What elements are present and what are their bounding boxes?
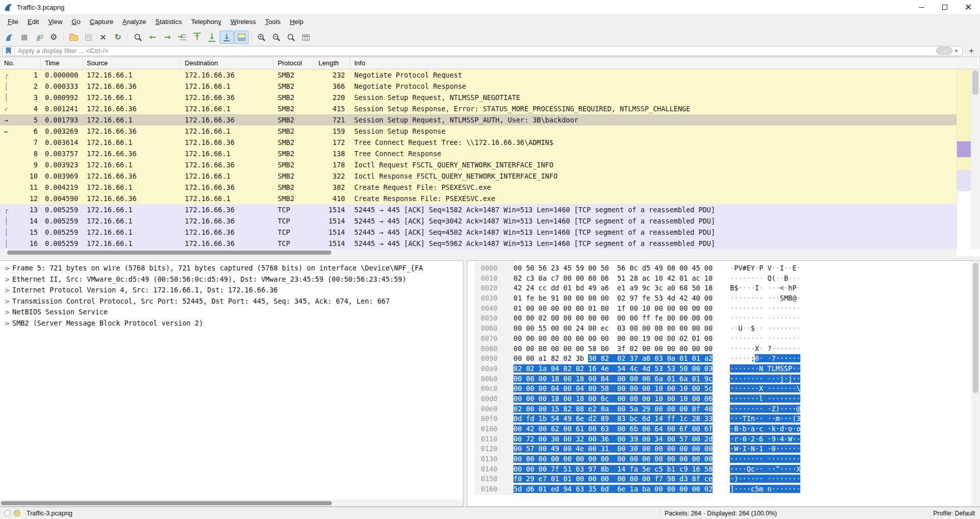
hex-row[interactable]: 004001 00 00 00 00 00 01 00 1f 00 10 00 … [468, 304, 980, 314]
expand-icon[interactable]: > [2, 275, 12, 285]
hex-ascii[interactable]: ······X· ?······· [730, 344, 800, 354]
packet-row[interactable]: │20.000333172.16.66.36172.16.66.1SMB2366… [0, 81, 957, 92]
hex-row[interactable]: 01605d d6 01 ed 94 63 35 6d 6e 1a ba 00 … [468, 484, 980, 495]
hex-row[interactable]: 012000 57 00 49 00 4e 00 31 00 30 00 00 … [468, 444, 980, 454]
column-header-source[interactable]: Source [83, 57, 181, 69]
column-header-protocol[interactable]: Protocol [274, 57, 314, 69]
hex-row[interactable]: 00f00d fd 1b 54 49 6e d2 89 83 bc 6d 14 … [468, 414, 980, 424]
hex-ascii[interactable]: ········ ········ [730, 313, 800, 324]
hex-ascii[interactable]: ········ ········ [730, 454, 800, 464]
hex-row[interactable]: 0150f0 29 e7 01 01 00 00 00 00 00 00 f7 … [468, 474, 980, 484]
hex-row[interactable]: 00c000 00 00 04 00 04 00 58 00 00 00 10 … [468, 384, 980, 394]
hex-row[interactable]: 011000 72 00 30 00 32 00 36 00 39 00 34 … [468, 434, 980, 444]
hex-bytes[interactable]: 00 00 00 04 00 04 00 58 00 00 00 10 00 1… [513, 384, 713, 394]
hex-scrollbar[interactable] [971, 261, 980, 506]
protocol-tree-item[interactable]: >Internet Protocol Version 4, Src: 172.1… [2, 285, 463, 296]
hex-bytes[interactable]: 00 00 00 00 00 00 00 00 00 00 19 00 00 0… [513, 334, 713, 344]
menu-edit[interactable]: Edit [23, 14, 43, 30]
hex-ascii[interactable]: ]····c5m n······· [730, 484, 800, 495]
maximize-button[interactable] [933, 0, 957, 14]
expand-icon[interactable]: > [2, 263, 12, 274]
hex-ascii[interactable]: ·······N TLMSSP·· [730, 364, 800, 374]
packet-row[interactable]: 80.003757172.16.66.36172.16.66.1SMB2138T… [0, 148, 957, 159]
restart-capture-button[interactable] [32, 31, 46, 44]
hex-bytes[interactable]: 02 c3 0a c7 00 00 80 06 51 28 ac 10 42 0… [513, 274, 713, 284]
hex-ascii[interactable]: B$····I· ···<·hP· [730, 283, 800, 293]
display-filter-input[interactable]: Apply a display filter ... <Ctrl-/> → ▼ [2, 46, 963, 56]
packet-row[interactable]: │140.005259172.16.66.1172.16.66.36TCP151… [0, 215, 957, 227]
hex-ascii[interactable]: ···TIn·· ··m···(3 [730, 414, 800, 424]
hex-row[interactable]: 000000 50 56 23 45 59 00 50 56 0c d5 49 … [468, 263, 980, 274]
hex-ascii[interactable]: ········ ···j·j·· [730, 374, 800, 384]
scrollbar-thumb[interactable] [7, 251, 331, 255]
scrollbar-thumb[interactable] [972, 70, 978, 95]
auto-scroll-toggle[interactable]: ↓ [219, 31, 234, 44]
hex-bytes[interactable]: 42 24 cc dd 01 bd 49 a6 e1 a9 9c 3c a0 6… [513, 283, 713, 293]
filter-bookmark-icon[interactable] [3, 46, 15, 56]
hex-bytes[interactable]: 5d d6 01 ed 94 63 35 6d 6e 1a ba 00 00 0… [513, 484, 713, 495]
hex-ascii[interactable]: ········ ········ [730, 334, 800, 344]
scrollbar-thumb[interactable] [1, 501, 332, 505]
hex-ascii[interactable]: ·······l ········ [730, 394, 800, 404]
hex-row[interactable]: 00e002 00 00 15 82 88 e2 0a 00 5a 29 00 … [468, 404, 980, 414]
expert-info-icon[interactable] [14, 510, 20, 516]
hex-row[interactable]: 002042 24 cc dd 01 bd 49 a6 e1 a9 9c 3c … [468, 283, 980, 293]
protocol-tree-item[interactable]: >Transmission Control Protocol, Src Port… [2, 296, 463, 307]
hex-bytes[interactable]: 02 00 00 15 82 88 e2 0a 00 5a 29 00 00 0… [513, 404, 713, 414]
hex-bytes[interactable]: 00 00 00 00 00 00 00 00 00 00 00 00 00 0… [513, 454, 713, 464]
hex-bytes[interactable]: 00 42 00 62 00 61 00 63 00 6b 00 64 00 6… [513, 424, 713, 434]
packet-row[interactable]: 120.004590172.16.66.36172.16.66.1SMB2410… [0, 193, 957, 204]
scrollbar-thumb[interactable] [973, 263, 978, 393]
hex-row[interactable]: 010000 42 00 62 00 61 00 63 00 6b 00 64 … [468, 424, 980, 434]
menu-telephony[interactable]: Telephony [186, 14, 226, 30]
filter-apply-icon[interactable]: → [936, 47, 952, 55]
hex-ascii[interactable]: ·W·I·N·1 ·0······ [730, 444, 800, 454]
hex-row[interactable]: 003001 fe be 91 00 00 00 00 02 97 fe 53 … [468, 293, 980, 304]
expand-icon[interactable]: > [2, 307, 12, 318]
packet-row[interactable]: ┌10.000000172.16.66.1172.16.66.36SMB2232… [0, 69, 957, 81]
hex-bytes[interactable]: 01 fe be 91 00 00 00 00 02 97 fe 53 4d 4… [513, 293, 713, 304]
hex-row[interactable]: 00a082 02 1a 04 82 02 16 4e 54 4c 4d 53 … [468, 364, 980, 374]
close-button[interactable]: ✕ [957, 0, 980, 14]
menu-statistics[interactable]: Statistics [151, 14, 186, 30]
packet-row[interactable]: 70.003614172.16.66.1172.16.66.36SMB2172T… [0, 137, 957, 148]
menu-view[interactable]: View [43, 14, 67, 30]
column-header-destination[interactable]: Destination [181, 57, 274, 69]
hex-row[interactable]: 007000 00 00 00 00 00 00 00 00 00 19 00 … [468, 334, 980, 344]
hex-bytes[interactable]: 00 00 02 00 00 00 00 00 00 00 ff fe 00 0… [513, 313, 713, 324]
hex-bytes[interactable]: 00 00 a1 82 02 3b 30 82 02 37 a0 03 0a 0… [513, 354, 713, 364]
filter-dropdown-icon[interactable]: ▼ [954, 48, 959, 54]
hex-bytes[interactable]: 00 00 00 7f 51 63 97 8b 14 fa 5e c5 b1 c… [513, 464, 713, 475]
hex-ascii[interactable]: ·PV#EY·P V··I··E· [730, 263, 800, 274]
packet-list-scrollbar[interactable] [971, 69, 980, 249]
hex-ascii[interactable]: ·)······ ········ [730, 474, 800, 484]
hex-row[interactable]: 006000 00 55 00 00 24 00 ec 03 00 00 00 … [468, 324, 980, 334]
hex-ascii[interactable]: ·r·0·2·6 ·9·4·W·- [730, 434, 800, 444]
menu-tools[interactable]: Tools [260, 14, 285, 30]
hex-bytes[interactable]: 00 72 00 30 00 32 00 36 00 39 00 34 00 5… [513, 434, 713, 444]
capture-status-icon[interactable] [4, 510, 11, 516]
hex-row[interactable]: 00d000 00 00 18 00 18 00 6c 00 00 00 10 … [468, 394, 980, 404]
expand-icon[interactable]: > [2, 296, 12, 307]
column-header-no[interactable]: No. [0, 57, 41, 69]
hex-bytes[interactable]: 0d fd 1b 54 49 6e d2 89 83 bc 6d 14 ff 1… [513, 414, 713, 424]
column-header-length[interactable]: Length [314, 57, 350, 69]
packet-row[interactable]: │150.005259172.16.66.1172.16.66.36TCP151… [0, 227, 957, 238]
menu-go[interactable]: Go [67, 14, 85, 30]
packet-row[interactable]: ←60.003269172.16.66.36172.16.66.1SMB2159… [0, 126, 957, 137]
hex-ascii[interactable]: ·····;0· ·7······ [730, 354, 800, 364]
hex-bytes[interactable]: 00 00 00 18 00 18 00 6c 00 00 00 10 00 1… [513, 394, 713, 404]
protocol-tree-item[interactable]: >NetBIOS Session Service [2, 307, 463, 318]
packet-row[interactable]: ✓40.001241172.16.66.36172.16.66.1SMB2415… [0, 103, 957, 114]
capture-options-button[interactable]: ⚙ [46, 31, 61, 44]
go-to-top-button[interactable]: ↑ [190, 31, 204, 44]
hex-bytes[interactable]: 00 50 56 23 45 59 00 50 56 0c d5 49 08 0… [513, 263, 713, 274]
column-header-time[interactable]: Time [41, 57, 83, 69]
hex-row[interactable]: 001002 c3 0a c7 00 00 80 06 51 28 ac 10 … [468, 274, 980, 284]
column-header-info[interactable]: Info [350, 57, 980, 69]
start-capture-button[interactable] [2, 31, 16, 44]
hex-bytes[interactable]: f0 29 e7 01 01 00 00 00 00 00 00 f7 98 d… [513, 474, 713, 484]
zoom-normal-button[interactable] [284, 31, 298, 44]
expand-icon[interactable]: > [2, 318, 12, 329]
reload-file-button[interactable]: ↻ [111, 31, 125, 44]
